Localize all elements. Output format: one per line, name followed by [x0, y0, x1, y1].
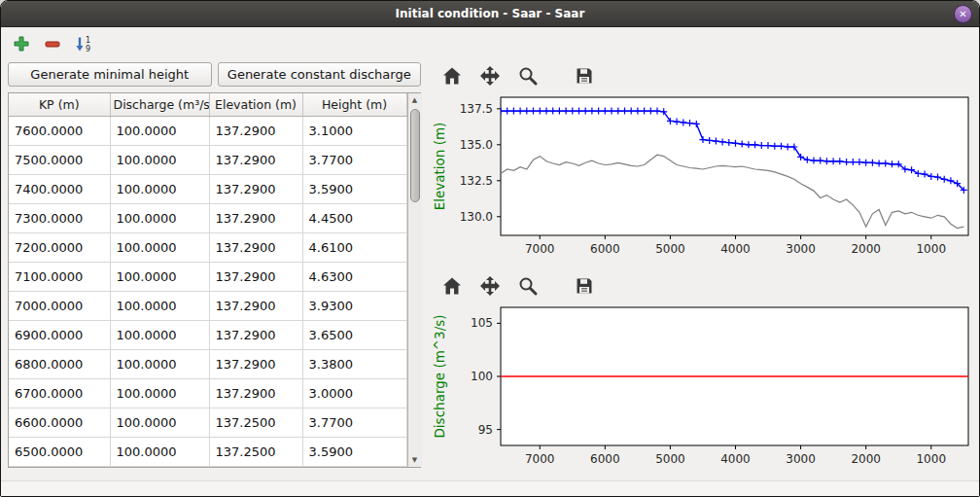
- home-icon: [441, 275, 463, 297]
- close-icon: ✕: [959, 9, 966, 19]
- table-row[interactable]: 7500.0000100.0000137.29003.7700: [9, 145, 406, 174]
- table-cell[interactable]: 100.0000: [110, 262, 209, 291]
- table-cell[interactable]: 7600.0000: [9, 116, 110, 145]
- table-cell[interactable]: 137.2900: [209, 174, 302, 203]
- table-cell[interactable]: 137.2900: [209, 378, 302, 408]
- table-cell[interactable]: 7200.0000: [9, 232, 110, 262]
- column-header-kp[interactable]: KP (m): [9, 93, 110, 116]
- table-cell[interactable]: 137.2900: [209, 320, 302, 349]
- title-bar[interactable]: Initial condition - Saar - Saar ✕: [1, 1, 979, 27]
- table-cell[interactable]: 3.3800: [302, 349, 406, 378]
- column-header-elevation[interactable]: Elevation (m): [209, 93, 302, 116]
- svg-text:1: 1: [86, 36, 90, 45]
- scroll-down-icon[interactable]: ▼: [408, 453, 422, 467]
- save-button[interactable]: [573, 274, 596, 298]
- table-cell[interactable]: 3.7700: [302, 145, 406, 174]
- column-header-height[interactable]: Height (m): [302, 93, 406, 116]
- table-row[interactable]: 6700.0000100.0000137.29003.0000: [9, 378, 406, 408]
- table-cell[interactable]: 4.6100: [302, 232, 406, 262]
- scroll-up-icon[interactable]: ▲: [408, 93, 422, 107]
- svg-text:3000: 3000: [786, 452, 816, 466]
- svg-text:7000: 7000: [525, 242, 555, 256]
- table-row[interactable]: 7200.0000100.0000137.29004.6100: [9, 232, 406, 262]
- table-cell[interactable]: 3.6500: [302, 320, 406, 349]
- scrollbar-track[interactable]: [408, 107, 422, 453]
- table-cell[interactable]: 3.9300: [302, 291, 406, 320]
- table-cell[interactable]: 7000.0000: [9, 291, 110, 320]
- column-header-discharge[interactable]: Discharge (m³/s): [110, 93, 209, 116]
- table-cell[interactable]: 137.2500: [209, 437, 302, 466]
- table-cell[interactable]: 100.0000: [110, 116, 209, 145]
- pan-button[interactable]: [478, 64, 502, 88]
- close-button[interactable]: ✕: [954, 5, 972, 23]
- table-cell[interactable]: 137.2900: [209, 262, 302, 291]
- table-cell[interactable]: 6700.0000: [9, 378, 110, 408]
- table-cell[interactable]: 7400.0000: [9, 174, 110, 203]
- table-cell[interactable]: 7100.0000: [9, 262, 110, 291]
- table-cell[interactable]: 6500.0000: [9, 437, 110, 466]
- table-cell[interactable]: 3.0000: [302, 378, 406, 408]
- table-cell[interactable]: 100.0000: [110, 232, 209, 262]
- table-row[interactable]: 7000.0000100.0000137.29003.9300: [9, 291, 406, 320]
- window-title: Initial condition - Saar - Saar: [396, 7, 585, 20]
- table-cell[interactable]: 6900.0000: [9, 320, 110, 349]
- table-cell[interactable]: 100.0000: [110, 349, 209, 378]
- table-row[interactable]: 7100.0000100.0000137.29004.6300: [9, 262, 406, 291]
- discharge-chart[interactable]: 700060005000400030002000100095100105Disc…: [429, 302, 975, 480]
- table-cell[interactable]: 137.2900: [209, 349, 302, 378]
- table-cell[interactable]: 137.2500: [209, 408, 302, 437]
- table-cell[interactable]: 100.0000: [110, 291, 209, 320]
- table-cell[interactable]: 100.0000: [110, 378, 209, 408]
- table-cell[interactable]: 100.0000: [110, 408, 209, 437]
- table-cell[interactable]: 137.2900: [209, 291, 302, 320]
- remove-row-button[interactable]: [40, 31, 65, 56]
- pan-button[interactable]: [478, 274, 502, 298]
- table-cell[interactable]: 3.5900: [302, 174, 406, 203]
- table-cell[interactable]: 137.2900: [209, 203, 302, 232]
- elevation-chart[interactable]: 7000600050004000300020001000137.5135.013…: [429, 91, 975, 270]
- svg-text:1000: 1000: [916, 452, 946, 466]
- table-cell[interactable]: 4.6300: [302, 262, 406, 291]
- table-scrollbar[interactable]: ▲ ▼: [407, 93, 422, 467]
- table-cell[interactable]: 6800.0000: [9, 349, 110, 378]
- sort-rows-button[interactable]: 1 9: [71, 31, 96, 56]
- svg-text:5000: 5000: [655, 242, 685, 256]
- table-cell[interactable]: 3.1000: [302, 116, 406, 145]
- svg-text:2000: 2000: [851, 452, 881, 466]
- table-row[interactable]: 6600.0000100.0000137.25003.7700: [9, 408, 406, 437]
- app-window: Initial condition - Saar - Saar ✕ 1 9: [0, 0, 980, 497]
- table-cell[interactable]: 137.2900: [209, 145, 302, 174]
- table-row[interactable]: 6800.0000100.0000137.29003.3800: [9, 349, 406, 378]
- svg-text:95: 95: [478, 423, 493, 437]
- zoom-button[interactable]: [516, 64, 540, 88]
- discharge-plot-toolbar: [429, 270, 977, 302]
- generate-constant-discharge-button[interactable]: Generate constant discharge: [218, 62, 422, 87]
- add-row-icon: [12, 34, 31, 53]
- table-row[interactable]: 7600.0000100.0000137.29003.1000: [9, 116, 406, 145]
- table-cell[interactable]: 137.2900: [209, 232, 302, 262]
- table-cell[interactable]: 137.2900: [209, 116, 302, 145]
- table-cell[interactable]: 100.0000: [110, 145, 209, 174]
- table-cell[interactable]: 3.5900: [302, 437, 406, 466]
- home-button[interactable]: [440, 274, 464, 298]
- scrollbar-thumb[interactable]: [410, 109, 420, 202]
- table-cell[interactable]: 100.0000: [110, 437, 209, 466]
- table-cell[interactable]: 100.0000: [110, 320, 209, 349]
- svg-text:2000: 2000: [851, 242, 881, 256]
- add-row-button[interactable]: [9, 31, 34, 56]
- generate-minimal-height-button[interactable]: Generate minimal height: [8, 62, 212, 87]
- save-button[interactable]: [573, 64, 596, 88]
- table-cell[interactable]: 6600.0000: [9, 408, 110, 437]
- table-cell[interactable]: 4.4500: [302, 203, 406, 232]
- table-cell[interactable]: 100.0000: [110, 174, 209, 203]
- table-cell[interactable]: 3.7700: [302, 408, 406, 437]
- table-cell[interactable]: 100.0000: [110, 203, 209, 232]
- table-row[interactable]: 7400.0000100.0000137.29003.5900: [9, 174, 406, 203]
- home-button[interactable]: [440, 64, 464, 88]
- table-row[interactable]: 6500.0000100.0000137.25003.5900: [9, 437, 406, 466]
- table-cell[interactable]: 7300.0000: [9, 203, 110, 232]
- table-row[interactable]: 6900.0000100.0000137.29003.6500: [9, 320, 406, 349]
- zoom-button[interactable]: [516, 274, 540, 298]
- table-cell[interactable]: 7500.0000: [9, 145, 110, 174]
- table-row[interactable]: 7300.0000100.0000137.29004.4500: [9, 203, 406, 232]
